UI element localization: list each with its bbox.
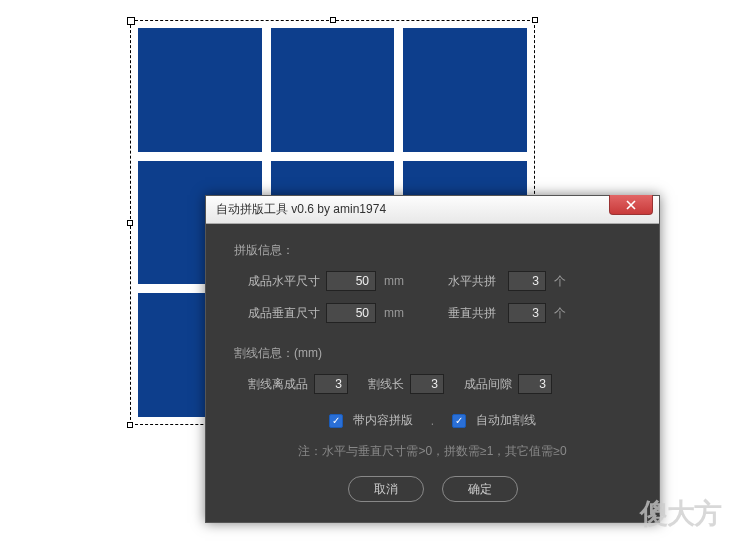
checkbox-row: ✓ 带内容拼版 . ✓ 自动加割线	[234, 412, 631, 429]
rows-unit: 个	[554, 305, 578, 322]
cut-section-label: 割线信息：(mm)	[234, 345, 631, 362]
grid-cell	[271, 28, 395, 152]
height-row: 成品垂直尺寸 mm 垂直共拼 个	[248, 303, 631, 323]
rows-label: 垂直共拼	[448, 305, 508, 322]
width-label: 成品水平尺寸	[248, 273, 326, 290]
height-label: 成品垂直尺寸	[248, 305, 326, 322]
width-row: 成品水平尺寸 mm 水平共拼 个	[248, 271, 631, 291]
rows-input[interactable]	[508, 303, 546, 323]
grid-cell	[403, 28, 527, 152]
cols-input[interactable]	[508, 271, 546, 291]
close-button[interactable]	[609, 195, 653, 215]
cut-gap-input[interactable]	[518, 374, 552, 394]
cut-offset-label: 割线离成品	[248, 376, 308, 393]
auto-cutline-checkbox[interactable]: ✓	[452, 414, 466, 428]
close-icon	[625, 200, 637, 210]
height-unit: mm	[384, 306, 408, 320]
separator-dot: .	[431, 414, 434, 428]
cut-length-input[interactable]	[410, 374, 444, 394]
width-input[interactable]	[326, 271, 376, 291]
auto-cutline-label: 自动加割线	[476, 412, 536, 429]
cut-gap-label: 成品间隙	[464, 376, 512, 393]
watermark-text: 傻大方	[640, 495, 721, 533]
cut-length-label: 割线长	[368, 376, 404, 393]
dialog-titlebar[interactable]: 自动拼版工具 v0.6 by amin1974	[206, 196, 659, 224]
cols-label: 水平共拼	[448, 273, 508, 290]
cancel-button[interactable]: 取消	[348, 476, 424, 502]
grid-cell	[138, 28, 262, 152]
cut-offset-input[interactable]	[314, 374, 348, 394]
dialog-body: 拼版信息： 成品水平尺寸 mm 水平共拼 个 成品垂直尺寸 mm 垂直共拼 个 …	[206, 224, 659, 522]
with-content-checkbox[interactable]: ✓	[329, 414, 343, 428]
button-row: 取消 确定	[234, 476, 631, 502]
auto-layout-dialog: 自动拼版工具 v0.6 by amin1974 拼版信息： 成品水平尺寸 mm …	[205, 195, 660, 523]
layout-section-label: 拼版信息：	[234, 242, 631, 259]
dialog-title: 自动拼版工具 v0.6 by amin1974	[216, 201, 386, 218]
ok-button[interactable]: 确定	[442, 476, 518, 502]
cols-unit: 个	[554, 273, 578, 290]
cut-row: 割线离成品 割线长 成品间隙	[248, 374, 631, 394]
height-input[interactable]	[326, 303, 376, 323]
note-text: 注：水平与垂直尺寸需>0，拼数需≥1，其它值需≥0	[234, 443, 631, 460]
with-content-label: 带内容拼版	[353, 412, 413, 429]
width-unit: mm	[384, 274, 408, 288]
